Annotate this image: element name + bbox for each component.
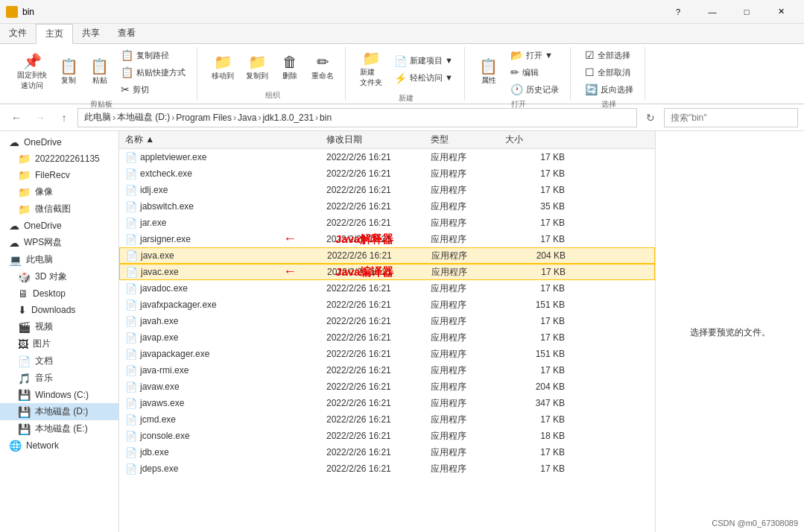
maximize-button[interactable]: □ — [729, 0, 764, 24]
back-button[interactable]: ← — [6, 107, 27, 128]
col-header-type[interactable]: 类型 — [431, 133, 505, 146]
sidebar-item-winc[interactable]: 💾 Windows (C:) — [0, 387, 118, 403]
table-row[interactable]: 📄jarsigner.exe2022/2/26 16:21应用程序17 KB — [119, 231, 655, 247]
file-icon: 📄 — [125, 447, 137, 458]
file-date: 2022/2/26 16:21 — [326, 398, 431, 408]
sidebar-item-xiang[interactable]: 📁 像像 — [0, 183, 118, 200]
sidebar-item-onedrive2[interactable]: ☁ OneDrive — [0, 218, 118, 234]
file-name: jconsole.exe — [140, 431, 190, 441]
delete-button[interactable]: 🗑 删除 — [275, 51, 305, 85]
tab-home[interactable]: 主页 — [36, 24, 73, 44]
ribbon-col-new: 📄 新建项目 ▼ ⚡ 轻松访问 ▼ — [389, 53, 458, 86]
file-type: 应用程序 — [431, 266, 506, 279]
sidebar-label-downloads: Downloads — [31, 305, 75, 315]
easy-access-button[interactable]: ⚡ 轻松访问 ▼ — [389, 70, 458, 86]
sidebar-item-videos[interactable]: 🎬 视频 — [0, 318, 118, 335]
sidebar-item-wechat[interactable]: 📁 微信截图 — [0, 200, 118, 218]
copy-to-label: 复制到 — [246, 71, 268, 81]
forward-button[interactable]: → — [30, 107, 51, 128]
sidebar-label-docs: 文档 — [35, 355, 53, 367]
new-item-button[interactable]: 📄 新建项目 ▼ — [389, 53, 458, 69]
table-row[interactable]: 📄appletviewer.exe2022/2/26 16:21应用程序17 K… — [119, 149, 655, 165]
up-button[interactable]: ↑ — [54, 107, 75, 128]
paste-icon: 📋 — [90, 59, 109, 74]
copy-path-button[interactable]: 📋 复制路径 — [115, 47, 191, 63]
table-row[interactable]: 📄javah.exe2022/2/26 16:21应用程序17 KB — [119, 313, 655, 329]
file-date: 2022/2/26 16:21 — [326, 283, 431, 294]
select-none-button[interactable]: ☐ 全部取消 — [580, 64, 639, 80]
file-icon: 📄 — [125, 152, 137, 163]
tab-file[interactable]: 文件 — [0, 24, 36, 43]
select-all-button[interactable]: ☑ 全部选择 — [580, 47, 639, 63]
address-path[interactable]: 此电脑 › 本地磁盘 (D:) › Program Files › Java ›… — [77, 108, 637, 127]
sidebar-item-docs[interactable]: 📄 文档 — [0, 352, 118, 370]
table-row[interactable]: 📄extcheck.exe2022/2/26 16:21应用程序17 KB — [119, 165, 655, 182]
table-row[interactable]: 📄jconsole.exe2022/2/26 16:21应用程序18 KB — [119, 428, 655, 444]
properties-button[interactable]: 📋 属性 — [474, 55, 504, 89]
table-row[interactable]: 📄javap.exe2022/2/26 16:21应用程序17 KB — [119, 329, 655, 346]
file-date: 2022/2/26 16:21 — [326, 365, 431, 376]
file-icon: 📄 — [125, 431, 137, 442]
sidebar-item-thispc[interactable]: 💻 此电脑 — [0, 251, 118, 268]
music-icon: 🎵 — [18, 373, 31, 384]
table-row[interactable]: 📄jcmd.exe2022/2/26 16:21应用程序17 KB — [119, 411, 655, 428]
col-header-size[interactable]: 大小 — [505, 133, 565, 146]
pin-quick-access-button[interactable]: 📌 固定到快速访问 — [12, 50, 52, 95]
invert-select-button[interactable]: 🔄 反向选择 — [580, 81, 639, 98]
file-type: 应用程序 — [431, 250, 506, 262]
cut-button[interactable]: ✂ 剪切 — [115, 81, 191, 98]
file-size: 17 KB — [505, 168, 565, 179]
sidebar-item-music[interactable]: 🎵 音乐 — [0, 370, 118, 387]
table-row[interactable]: 📄jar.exe2022/2/26 16:21应用程序17 KB — [119, 215, 655, 231]
table-row[interactable]: 📄javapackager.exe2022/2/26 16:21应用程序151 … — [119, 346, 655, 362]
sidebar-item-filerecv[interactable]: 📁 FileRecv — [0, 167, 118, 183]
search-input[interactable] — [664, 108, 798, 127]
table-row[interactable]: 📄jdeps.exe2022/2/26 16:21应用程序17 KB — [119, 460, 655, 477]
copy-button[interactable]: 📋 复制 — [54, 55, 83, 89]
move-to-button[interactable]: 📁 移动到 — [206, 51, 239, 85]
refresh-button[interactable]: ↻ — [640, 107, 661, 128]
minimize-button[interactable]: — — [695, 0, 729, 24]
new-folder-button[interactable]: 📁 新建文件夹 — [355, 47, 387, 92]
tab-share[interactable]: 共享 — [73, 24, 109, 43]
window-controls: ? — □ ✕ — [661, 0, 798, 24]
paste-shortcut-button[interactable]: 📋 粘贴快捷方式 — [115, 64, 191, 80]
sidebar-item-onedrive1[interactable]: ☁ OneDrive — [0, 134, 118, 151]
sidebar-item-network[interactable]: 🌐 Network — [0, 437, 118, 454]
table-row[interactable]: 📄javaw.exe2022/2/26 16:21应用程序204 KB — [119, 379, 655, 395]
easy-access-icon: ⚡ — [394, 72, 407, 84]
select-all-icon: ☑ — [585, 49, 595, 61]
table-row[interactable]: 📄java-rmi.exe2022/2/26 16:21应用程序17 KB — [119, 362, 655, 379]
sidebar-item-2022[interactable]: 📁 2022202261135 — [0, 151, 118, 167]
rename-button[interactable]: ✏ 重命名 — [306, 51, 339, 85]
table-row[interactable]: 📄idlj.exe2022/2/26 16:21应用程序17 KB — [119, 182, 655, 198]
sidebar-item-drived[interactable]: 💾 本地磁盘 (D:) — [0, 403, 118, 420]
sidebar-item-desktop[interactable]: 🖥 Desktop — [0, 285, 118, 302]
table-row[interactable]: 📄javafxpackager.exe2022/2/26 16:21应用程序15… — [119, 297, 655, 313]
tab-view[interactable]: 查看 — [109, 24, 145, 43]
table-row[interactable]: 📄javadoc.exe2022/2/26 16:21应用程序17 KB — [119, 280, 655, 297]
copy-to-button[interactable]: 📁 复制到 — [241, 51, 273, 85]
table-row[interactable]: 📄javaws.exe2022/2/26 16:21应用程序347 KB — [119, 395, 655, 411]
sidebar-item-drivee[interactable]: 💾 本地磁盘 (E:) — [0, 420, 118, 437]
close-button[interactable]: ✕ — [764, 0, 798, 24]
sidebar-item-downloads[interactable]: ⬇ Downloads — [0, 302, 118, 318]
history-button[interactable]: 🕐 历史记录 — [505, 81, 564, 98]
table-row[interactable]: 📄jabswitch.exe2022/2/26 16:21应用程序35 KB — [119, 198, 655, 215]
table-row[interactable]: 📄javac.exe2022/2/26 16:21应用程序17 KB — [119, 264, 655, 280]
edit-button[interactable]: ✏ 编辑 — [505, 64, 564, 80]
sidebar-item-pictures[interactable]: 🖼 图片 — [0, 335, 118, 352]
col-header-date[interactable]: 修改日期 — [326, 133, 431, 146]
table-row[interactable]: 📄java.exe2022/2/26 16:21应用程序204 KB — [119, 247, 655, 264]
sidebar-item-3dobj[interactable]: 🎲 3D 对象 — [0, 268, 118, 285]
open-button[interactable]: 📂 打开 ▼ — [505, 47, 564, 63]
file-type: 应用程序 — [431, 282, 505, 295]
col-header-name[interactable]: 名称 ▲ — [125, 133, 326, 146]
3d-icon: 🎲 — [18, 271, 31, 283]
sidebar-item-wps[interactable]: ☁ WPS网盘 — [0, 234, 118, 251]
table-row[interactable]: 📄jdb.exe2022/2/26 16:21应用程序17 KB — [119, 444, 655, 460]
help-button[interactable]: ? — [661, 0, 695, 24]
ribbon-tabs: 文件 主页 共享 查看 — [0, 24, 804, 44]
file-icon: 📄 — [125, 185, 137, 196]
paste-button[interactable]: 📋 粘贴 — [85, 55, 114, 89]
